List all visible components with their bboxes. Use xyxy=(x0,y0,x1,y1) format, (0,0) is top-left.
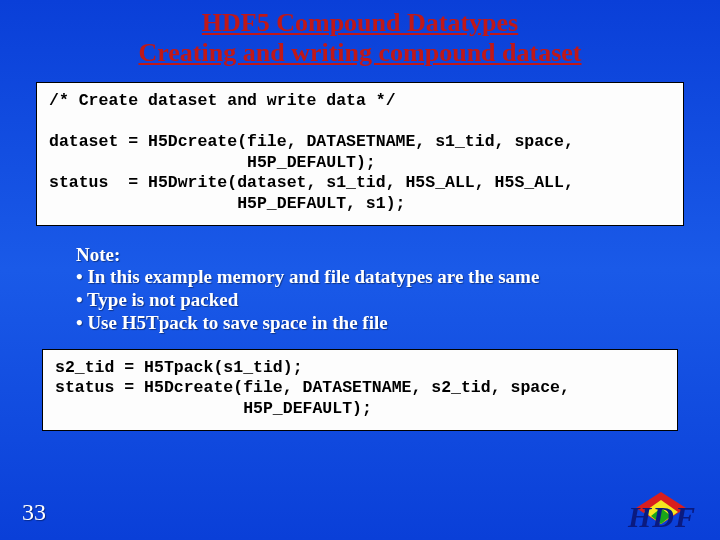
note-bullet-2: • Type is not packed xyxy=(76,289,720,312)
slide-number: 33 xyxy=(22,499,46,526)
note-bullet-1: • In this example memory and file dataty… xyxy=(76,266,720,289)
slide-title: HDF5 Compound Datatypes Creating and wri… xyxy=(0,0,720,68)
code-block-1: /* Create dataset and write data */ data… xyxy=(36,82,684,226)
code-block-2: s2_tid = H5Tpack(s1_tid); status = H5Dcr… xyxy=(42,349,678,431)
note-bullet-3: • Use H5Tpack to save space in the file xyxy=(76,312,720,335)
title-line2: Creating and writing compound dataset xyxy=(0,38,720,68)
note-block: Note: • In this example memory and file … xyxy=(76,244,720,335)
hdf-logo-text: HDF xyxy=(628,500,696,534)
note-heading: Note: xyxy=(76,244,720,267)
title-line1: HDF5 Compound Datatypes xyxy=(202,8,518,37)
